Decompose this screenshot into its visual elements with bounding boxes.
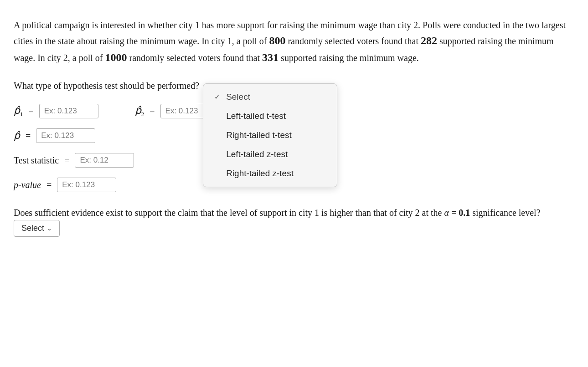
dropdown-item-right-tailed-ztest[interactable]: Right-tailed z-test xyxy=(203,164,337,183)
dropdown-item-left-tailed-ttest[interactable]: Left-tailed t-test xyxy=(203,107,337,126)
phat-field: p̂ = xyxy=(14,128,95,143)
alpha-value: 0.1 xyxy=(459,208,470,218)
problem-text: A political campaign is interested in wh… xyxy=(14,18,570,66)
pvalue-input[interactable] xyxy=(57,178,116,192)
dropdown-item-left-tailed-ztest[interactable]: Left-tailed z-test xyxy=(203,145,337,164)
test-statistic-equals: = xyxy=(64,155,69,166)
hypothesis-question-row: What type of hypothesis test should be p… xyxy=(14,81,570,91)
dropdown-item-select[interactable]: Select xyxy=(203,87,337,107)
phat2-label: p̂2 xyxy=(135,105,144,118)
test-statistic-input[interactable] xyxy=(75,153,134,168)
pvalue-equals: = xyxy=(46,180,52,190)
alpha-symbol: α xyxy=(444,208,449,218)
phat1-equals: = xyxy=(29,106,34,117)
phat2-equals: = xyxy=(150,106,155,117)
chevron-down-icon: ⌄ xyxy=(47,225,52,232)
phat-equals: = xyxy=(26,131,31,141)
dropdown-item-right-tailed-ttest[interactable]: Right-tailed t-test xyxy=(203,126,337,145)
hypothesis-question-label: What type of hypothesis test should be p… xyxy=(14,81,199,91)
phat1-label: p̂1 xyxy=(14,105,23,118)
pvalue-label: p-value xyxy=(14,180,41,190)
hypothesis-dropdown-menu: Select Left-tailed t-test Right-tailed t… xyxy=(203,83,337,187)
phat1-input[interactable] xyxy=(39,104,98,118)
conclusion-select-button[interactable]: Select ⌄ xyxy=(14,220,60,237)
test-statistic-label: Test statistic xyxy=(14,155,59,166)
phat-input[interactable] xyxy=(36,128,95,143)
conclusion-select-label: Select xyxy=(21,224,44,233)
phat-label: p̂ xyxy=(14,130,20,142)
conclusion-section: Does sufficient evidence exist to suppor… xyxy=(14,206,570,237)
phat1-field: p̂1 = xyxy=(14,104,98,118)
